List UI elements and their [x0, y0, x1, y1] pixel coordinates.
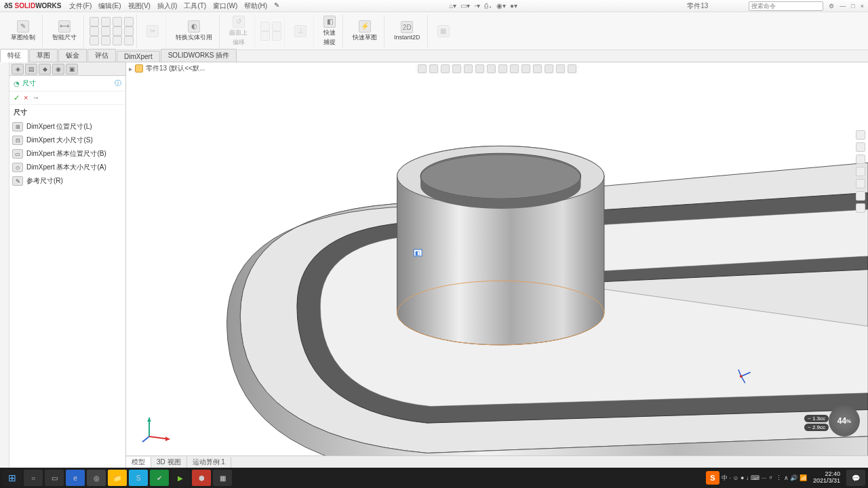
pm-push-button[interactable]: → — [32, 94, 39, 102]
offset-button[interactable]: ↺曲面上偏移 — [225, 14, 252, 48]
arc-icon[interactable] — [113, 17, 122, 26]
view-orient-icon[interactable] — [521, 64, 530, 73]
qa-options-icon[interactable]: ◉▾ — [496, 2, 506, 9]
rect-icon[interactable] — [90, 26, 99, 36]
vtab-model[interactable]: 模型 — [126, 457, 151, 468]
spline-icon[interactable] — [101, 26, 111, 36]
vtab-motion[interactable]: 运动算例 1 — [187, 457, 231, 468]
poly-icon[interactable] — [90, 36, 99, 45]
close-button[interactable]: × — [861, 3, 864, 9]
spaceball[interactable]: 44% — [829, 405, 860, 436]
smart-dimension-button[interactable]: ⟷智能尺寸 — [48, 19, 81, 43]
shaded-sketch-button[interactable]: ▦ — [433, 24, 454, 39]
menu-insert[interactable]: 插入(I) — [157, 1, 177, 11]
hide-show-icon[interactable] — [475, 64, 484, 73]
start-button[interactable]: ⊞ — [3, 470, 22, 486]
menu-file[interactable]: 文件(F) — [69, 1, 92, 11]
menu-view[interactable]: 视图(V) — [128, 1, 151, 11]
app7-icon[interactable]: ⬢ — [192, 470, 211, 486]
pm-tab-config-icon[interactable]: ▤ — [25, 64, 37, 75]
vtab-3dview[interactable]: 3D 视图 — [151, 457, 187, 468]
viewport[interactable]: ▸ 零件13 (默认<<默... — [126, 62, 868, 468]
pm-tab-other-icon[interactable]: ▣ — [66, 64, 78, 75]
display-style-icon[interactable] — [464, 64, 473, 73]
zoom-area-icon[interactable] — [429, 64, 438, 73]
sketch-button[interactable]: ✎草图绘制 — [7, 19, 39, 43]
taskpane-custom-icon[interactable] — [856, 191, 865, 201]
ime-tray[interactable]: 中 · ☺ ● ↓ ⌨ ··· 〃 ⋮ — [722, 474, 782, 483]
menu-pin-icon[interactable]: ✎ — [274, 1, 279, 11]
circle-icon[interactable] — [101, 17, 111, 26]
line-icon[interactable] — [90, 17, 99, 26]
copy-icon[interactable] — [272, 31, 281, 41]
tab-features[interactable]: 特征 — [0, 49, 28, 62]
h2-icon[interactable] — [545, 64, 553, 73]
h1-icon[interactable] — [533, 64, 542, 73]
pm-tab-feature-icon[interactable]: ◈ — [12, 64, 24, 75]
zoom-fit-icon[interactable] — [418, 64, 427, 73]
app5-icon[interactable]: ✔ — [150, 470, 169, 486]
settings-icon[interactable]: ⚙ — [829, 3, 834, 9]
ellipse-icon[interactable] — [113, 26, 122, 36]
pm-tab-dim-icon[interactable]: ◉ — [52, 64, 64, 75]
apply-scene-icon[interactable] — [498, 64, 507, 73]
taskpane-forum-icon[interactable] — [856, 203, 865, 213]
tab-sheetmetal[interactable]: 钣金 — [58, 49, 87, 62]
app3-icon[interactable]: 📁 — [108, 470, 127, 486]
pm-tab-display-icon[interactable]: ◆ — [39, 64, 51, 75]
notifications-icon[interactable]: 💬 — [846, 470, 865, 486]
taskview-icon[interactable]: ▭ — [45, 470, 64, 486]
tab-addins[interactable]: SOLIDWORKS 插件 — [161, 49, 237, 62]
taskpane-view-icon[interactable] — [856, 167, 865, 176]
edit-appearance-icon[interactable] — [487, 64, 496, 73]
menu-tools[interactable]: 工具(T) — [184, 1, 206, 11]
relations-button[interactable]: ⊥ — [290, 24, 311, 39]
section-icon[interactable] — [452, 64, 461, 73]
pm-cancel-button[interactable]: × — [24, 94, 28, 102]
rapid-sketch-button[interactable]: ⚡快速草图 — [349, 19, 381, 43]
left-rail[interactable] — [0, 62, 9, 468]
dim-reference[interactable]: ✎参考尺寸(R) — [9, 174, 125, 188]
qa-save-icon[interactable]: ▫▾ — [474, 2, 480, 9]
task-search-icon[interactable]: ○ — [24, 470, 43, 486]
dim-size[interactable]: ⊡DimXpert 大小尺寸(S) — [9, 134, 125, 147]
more-icon[interactable] — [124, 36, 134, 45]
tab-sketch[interactable]: 草图 — [29, 49, 58, 62]
taskpane-appearance-icon[interactable] — [856, 179, 865, 188]
pm-help-icon[interactable]: ⓘ — [115, 79, 121, 88]
clock[interactable]: 22:402021/3/31 — [809, 471, 844, 485]
dim-location[interactable]: ⊞DimXpert 位置尺寸(L) — [9, 120, 125, 134]
instant2d-button[interactable]: 2DInstant2D — [390, 20, 425, 42]
app2-icon[interactable]: ◎ — [87, 470, 106, 486]
fillet-icon[interactable] — [113, 36, 122, 45]
mirror-icon[interactable] — [260, 22, 270, 31]
qa-new-icon[interactable]: ⌂▾ — [449, 2, 456, 9]
tab-evaluate[interactable]: 评估 — [87, 49, 116, 62]
taskpane-library-icon[interactable] — [856, 142, 865, 152]
convert-entities-button[interactable]: ◐转换实体引用 — [172, 19, 216, 43]
menu-edit[interactable]: 编辑(E) — [98, 1, 121, 11]
h4-icon[interactable] — [568, 64, 576, 73]
qa-rebuild-icon[interactable]: ●▾ — [510, 2, 517, 9]
qa-open-icon[interactable]: ▭▾ — [460, 2, 470, 9]
taskpane-resources-icon[interactable] — [856, 130, 865, 140]
tab-dimxpert[interactable]: DimXpert — [117, 51, 160, 62]
text-icon[interactable] — [101, 36, 111, 45]
app8-icon[interactable]: ▦ — [213, 470, 232, 486]
app6-icon[interactable]: ▶ — [171, 470, 190, 486]
quick-snaps-button[interactable]: ◧快速捕捉 — [319, 14, 340, 48]
menu-help[interactable]: 帮助(H) — [244, 1, 267, 11]
menu-window[interactable]: 窗口(W) — [213, 1, 237, 11]
h3-icon[interactable] — [556, 64, 565, 73]
dim-basic-size[interactable]: ◇DimXpert 基本大小尺寸(A) — [9, 161, 125, 174]
slot-icon[interactable] — [124, 17, 134, 26]
point-icon[interactable] — [124, 26, 134, 36]
pattern-icon[interactable] — [272, 22, 281, 31]
prev-view-icon[interactable] — [441, 64, 450, 73]
command-search[interactable]: 搜索命令 — [749, 1, 823, 11]
qa-print-icon[interactable]: ⎙▾ — [484, 2, 492, 9]
move-icon[interactable] — [260, 31, 270, 41]
maximize-button[interactable]: □ — [851, 3, 854, 9]
flyout-tree[interactable]: ▸ 零件13 (默认<<默... — [129, 64, 205, 73]
app4-icon[interactable]: S — [129, 470, 148, 486]
